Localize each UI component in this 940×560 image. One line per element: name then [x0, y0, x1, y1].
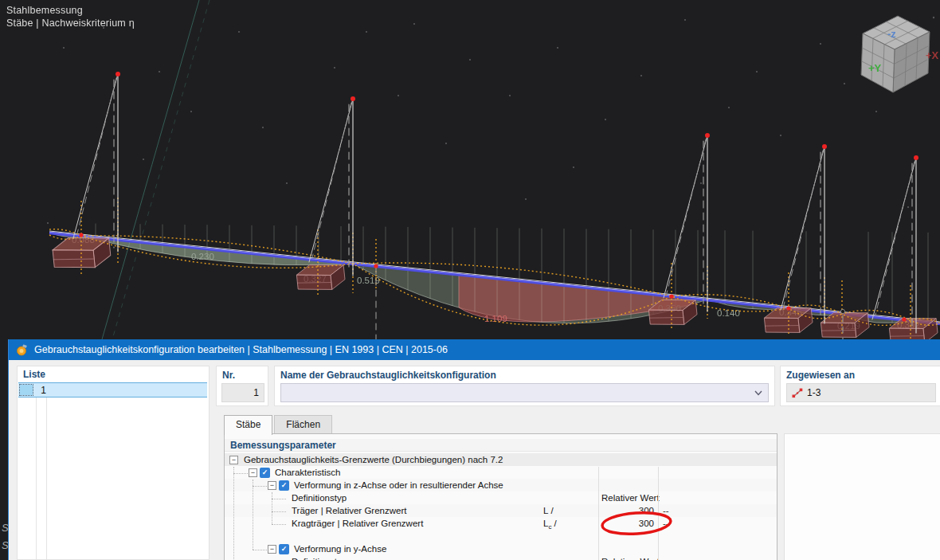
tree-row-definitionstyp-y[interactable]: Definitionstyp Relativer Wert [225, 555, 777, 560]
tab-staebe[interactable]: Stäbe [224, 415, 272, 435]
navigation-cube[interactable]: -z +Y +X [861, 16, 939, 92]
mast [664, 135, 707, 311]
tree-row-label: Charakteristisch [272, 466, 340, 479]
list-header: Liste [23, 369, 45, 380]
checkbox-checked[interactable]: ✓ [260, 468, 270, 478]
tree-row-charakteristisch[interactable]: − ✓ Charakteristisch [225, 466, 777, 479]
assigned-panel: Zugewiesen an 1-3 [780, 366, 940, 406]
serviceability-config-dialog: Gebrauchstauglichkeitskonfiguration bear… [8, 339, 940, 560]
design-parameters-panel: Bemessungsparameter − Gebrauchstauglichk… [224, 433, 777, 560]
cube-axis-label-z: -z [887, 28, 896, 40]
tab-flaechen[interactable]: Flächen [274, 415, 332, 434]
definition-type-value[interactable]: Relativer Wert [598, 491, 658, 504]
tree-row-verformung-y[interactable]: − ✓ Verformung in y-Achse [225, 542, 777, 555]
tree-guide [272, 499, 286, 499]
checkbox-checked[interactable]: ✓ [279, 544, 289, 554]
list-item-number: 1 [37, 385, 46, 396]
result-value-label: 0.230 [191, 252, 214, 261]
tree-guide [233, 473, 248, 474]
tree-guide [253, 486, 267, 487]
viewport-result-title: Stahlbemessung [6, 5, 83, 16]
mast [781, 147, 824, 323]
tree-guide [253, 550, 267, 550]
expand-toggle[interactable]: − [268, 481, 276, 490]
member-selection-icon [792, 388, 803, 398]
assigned-label: Zugewiesen an [786, 370, 855, 381]
dialog-icon [16, 344, 28, 356]
name-label: Name der Gebrauchstauglichkeitskonfigura… [280, 370, 496, 381]
list-item-config-1[interactable]: 1 [18, 382, 207, 397]
tree-row-definitionstyp[interactable]: Definitionstyp Relativer Wert [225, 491, 777, 504]
assigned-value: 1-3 [807, 387, 821, 398]
background-node-dots [47, 17, 934, 224]
tree-row-label: Träger | Relativer Grenzwert [288, 504, 406, 517]
selected-node-dot [840, 309, 844, 313]
tree-spacer-row [225, 530, 777, 542]
name-panel: Name der Gebrauchstauglichkeitskonfigura… [274, 366, 775, 406]
mast [309, 99, 353, 276]
tree-guide [272, 511, 286, 512]
cube-axis-label-x: +X [926, 49, 939, 61]
mast [872, 158, 916, 333]
list-column-divider [46, 382, 47, 559]
tree-row-label: Gebrauchstauglichkeits-Grenzwerte (Durch… [241, 453, 503, 466]
tree-row-label: Verformung in y-Achse [291, 542, 386, 555]
tree-row-traeger-grenzwert[interactable]: Träger | Relativer Grenzwert L / 300 -- [225, 504, 777, 517]
limit-value-input[interactable]: 300 [598, 504, 658, 517]
nr-field[interactable]: 1 [221, 383, 264, 402]
dialog-title: Gebrauchstauglichkeitskonfiguration bear… [34, 344, 448, 355]
definition-type-value[interactable]: Relativer Wert [598, 555, 658, 560]
assigned-field[interactable]: 1-3 [786, 383, 936, 402]
nr-panel: Nr. 1 [216, 366, 268, 406]
list-item-checkbox[interactable] [20, 385, 33, 395]
limit-value-input-circled[interactable]: 300 [598, 517, 658, 530]
column-divider [658, 467, 659, 560]
chevron-down-icon[interactable] [754, 390, 762, 396]
expand-toggle[interactable]: − [229, 456, 238, 464]
nr-label: Nr. [222, 370, 235, 381]
checkbox-checked[interactable]: ✓ [279, 480, 289, 491]
unit-cell: -- [663, 504, 669, 517]
tree-guide [272, 492, 272, 524]
expand-toggle[interactable]: − [249, 468, 257, 477]
assigned-detail-panel [784, 433, 940, 560]
expand-toggle[interactable]: − [268, 545, 276, 554]
tree-row-label: Definitionstyp [288, 491, 347, 504]
column-divider [598, 467, 599, 560]
cube-axis-label-y: +Y [868, 62, 882, 74]
dialog-titlebar: Gebrauchstauglichkeitskonfiguration bear… [9, 339, 940, 360]
params-header: Bemessungsparameter [225, 439, 777, 452]
tree-row-verformung-z[interactable]: − ✓ Verformung in z-Achse oder in result… [225, 479, 777, 491]
tree-row-label: Kragträger | Relativer Grenzwert [288, 517, 423, 530]
unit-cell: -- [663, 517, 669, 530]
tree-row-label: Verformung in z-Achse oder in resultiere… [291, 479, 503, 491]
3d-model-viewport[interactable]: 0.088 0.230 0.327 0.519 1.109 0.350 0.14… [0, 0, 940, 339]
tree-guide [253, 480, 253, 550]
viewport-result-subtitle: Stäbe | Nachweiskriterium η [6, 18, 135, 29]
tree-row-label: Definitionstyp [288, 555, 347, 560]
list-column-divider [36, 382, 37, 559]
config-list-panel: Liste 1 [17, 366, 210, 560]
tree-guide [272, 524, 286, 525]
tree-row-kragtraeger-grenzwert[interactable]: Kragträger | Relativer Grenzwert Lc / 30… [225, 517, 777, 530]
tree-row-limits-group[interactable]: − Gebrauchstauglichkeits-Grenzwerte (Dur… [225, 453, 777, 466]
tree-guide [233, 467, 234, 560]
tab-bar: Stäbe Flächen [224, 415, 334, 434]
name-combobox[interactable] [280, 383, 769, 402]
